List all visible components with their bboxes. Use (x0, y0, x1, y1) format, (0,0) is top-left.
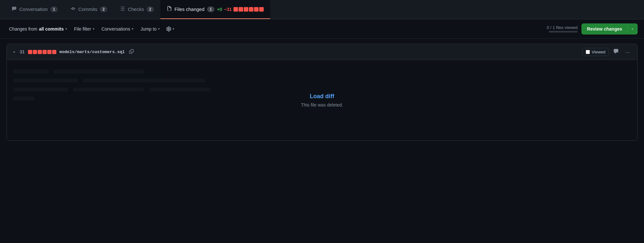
additions-stat: +0 (217, 7, 222, 12)
main-content: 31 models/marts/customers.sql (0, 39, 644, 146)
tab-conversation[interactable]: Conversation 1 (5, 0, 64, 19)
review-changes-label: Review changes (582, 24, 627, 34)
file-header-right: Viewed (582, 47, 632, 56)
changes-from-chevron: ▾ (65, 27, 67, 31)
copy-icon (129, 49, 134, 54)
diff-block-5 (254, 7, 259, 12)
review-changes-button[interactable]: Review changes (582, 23, 638, 34)
settings-button[interactable]: ▾ (164, 25, 176, 33)
file-card: 31 models/marts/customers.sql (6, 44, 638, 141)
viewed-label: Viewed (592, 50, 605, 54)
tab-commits[interactable]: Commits 2 (64, 0, 114, 19)
load-diff-subtext: This file was deleted. (301, 102, 343, 107)
file-diff-block-3 (38, 50, 42, 54)
changes-from-dropdown[interactable]: Changes from all commits ▾ (6, 25, 70, 33)
chevron-down-icon (12, 50, 16, 54)
file-path: models/marts/customers.sql (60, 50, 125, 54)
conversations-label: Conversations (101, 26, 130, 32)
tab-commits-label: Commits (78, 6, 97, 12)
tab-files-changed[interactable]: Files changed 1 +0 −31 (160, 0, 270, 19)
load-diff-overlay: Load diff This file was deleted. (7, 60, 637, 140)
copy-path-button[interactable] (128, 49, 135, 55)
viewed-checkbox-input[interactable] (586, 50, 590, 54)
file-diff-blocks (28, 50, 56, 54)
file-diff-block-5 (47, 50, 52, 54)
diff-blocks (233, 7, 264, 12)
file-diff-block-4 (43, 50, 47, 54)
jump-to-dropdown[interactable]: Jump to ▾ (138, 25, 162, 33)
tab-conversation-badge: 1 (50, 6, 58, 12)
load-diff-link[interactable]: Load diff (310, 93, 334, 100)
diff-block-3 (244, 7, 248, 12)
files-viewed-text: 0 / 1 files viewed (547, 25, 578, 30)
tab-files-changed-label: Files changed (175, 6, 204, 12)
all-commits-label: all commits (39, 26, 64, 32)
file-filter-label: File filter (74, 26, 91, 32)
toolbar-right: 0 / 1 files viewed Review changes (547, 23, 638, 34)
collapse-button[interactable] (12, 50, 16, 54)
conversations-dropdown[interactable]: Conversations ▾ (99, 25, 136, 33)
changes-from-label: Changes from (9, 26, 37, 32)
diff-block-6 (259, 7, 264, 12)
tab-bar: Conversation 1 Commits 2 Checks 2 Files … (0, 0, 644, 19)
line-count: 31 (20, 49, 25, 54)
diff-block-1 (233, 7, 238, 12)
tab-checks-label: Checks (128, 6, 144, 12)
viewed-checkbox[interactable]: Viewed (582, 48, 609, 56)
tab-checks-badge: 2 (147, 6, 154, 12)
deletions-stat: −31 (224, 7, 232, 12)
review-changes-arrow[interactable] (627, 25, 637, 33)
comment-icon (613, 49, 619, 54)
jump-to-label: Jump to (140, 26, 156, 32)
conversation-icon (12, 6, 17, 13)
file-diff-block-2 (33, 50, 37, 54)
diff-stats: +0 −31 (217, 7, 264, 12)
more-options-icon (625, 52, 630, 53)
file-diff-block-6 (52, 50, 56, 54)
tab-commits-badge: 2 (100, 6, 107, 12)
checks-icon (120, 6, 125, 13)
file-header-left: 31 models/marts/customers.sql (12, 49, 579, 55)
comment-button[interactable] (611, 47, 620, 56)
files-changed-icon (167, 6, 172, 13)
commits-icon (71, 6, 76, 13)
diff-body: Load diff This file was deleted. (7, 60, 637, 140)
file-filter-chevron: ▾ (93, 27, 94, 31)
tab-conversation-label: Conversation (19, 6, 48, 12)
jump-to-chevron: ▾ (158, 27, 160, 31)
tab-checks[interactable]: Checks 2 (114, 0, 160, 19)
diff-block-2 (239, 7, 243, 12)
tab-files-changed-badge: 1 (207, 6, 214, 12)
review-changes-chevron-icon (631, 27, 634, 31)
file-filter-dropdown[interactable]: File filter ▾ (71, 25, 97, 33)
gear-chevron: ▾ (173, 27, 174, 31)
toolbar-left: Changes from all commits ▾ File filter ▾… (6, 25, 545, 33)
more-options-button[interactable] (623, 48, 632, 56)
file-diff-block-1 (28, 50, 32, 54)
conversations-chevron: ▾ (132, 27, 133, 31)
files-progress-bar (549, 31, 578, 33)
files-viewed-wrapper: 0 / 1 files viewed (547, 25, 578, 33)
toolbar: Changes from all commits ▾ File filter ▾… (0, 19, 644, 39)
file-header: 31 models/marts/customers.sql (7, 44, 637, 60)
gear-icon (166, 26, 171, 32)
diff-block-4 (249, 7, 253, 12)
